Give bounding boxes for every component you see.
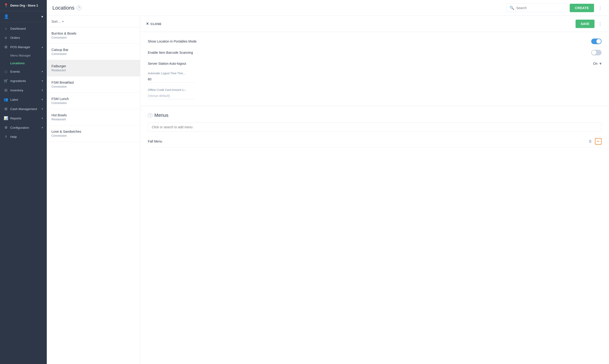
save-button[interactable]: SAVE [576, 20, 595, 28]
location-type: Concession [52, 134, 135, 137]
location-name: Love & Sandwiches [52, 130, 135, 133]
cash-icon: ⊞ [4, 107, 8, 111]
help-icon: ? [4, 135, 8, 139]
sidebar-item-menu-manager[interactable]: Menu Manager [0, 52, 47, 59]
portables-mode-row: Show Location in Portables Mode [148, 39, 602, 44]
header-more-button[interactable]: ⋮ [597, 4, 603, 12]
inventory-chevron-icon: ▾ [42, 89, 43, 92]
sidebar-item-label: Reports [10, 117, 21, 120]
menus-help-icon[interactable]: ? [148, 113, 152, 118]
locations-label: Locations [10, 62, 25, 65]
settings-section: Show Location in Portables Mode Enable I… [140, 32, 609, 106]
sidebar-item-label: Events [10, 70, 20, 73]
config-chevron-icon: ▾ [42, 126, 43, 129]
sidebar-item-labor[interactable]: 👥 Labor ▾ [0, 95, 47, 104]
location-type: Restaurant [52, 118, 135, 121]
close-label: CLOSE [151, 22, 162, 26]
location-item[interactable]: Love & Sandwiches Concession [47, 125, 140, 142]
content-area: Sort… ▾ Burritos & Bowls Concession Cats… [47, 16, 609, 364]
auto-logout-row: Server Station Auto-logout On ▾ [148, 61, 602, 66]
sidebar-item-inventory[interactable]: ⊟ Inventory ▾ [0, 86, 47, 95]
header-help-icon[interactable]: ? [77, 6, 81, 10]
reports-chevron-icon: ▾ [42, 117, 43, 120]
edit-menu-button[interactable]: ✏ [595, 138, 602, 145]
user-menu[interactable]: 👤 ▾ [0, 11, 47, 22]
sidebar-item-cash-management[interactable]: ⊞ Cash Management ▾ [0, 104, 47, 114]
inventory-icon: ⊟ [4, 88, 8, 92]
auto-logout-select[interactable]: On ▾ [593, 61, 602, 66]
menu-search-input[interactable] [148, 123, 602, 131]
portables-mode-toggle[interactable] [591, 39, 602, 44]
auto-logout-threshold-input[interactable] [148, 76, 195, 83]
sort-control[interactable]: Sort… ▾ [47, 16, 140, 27]
auto-logout-label: Server Station Auto-logout [148, 62, 186, 65]
sidebar-item-events[interactable]: □ Events ▾ [0, 67, 47, 76]
location-item[interactable]: Catsup Bar Concession [47, 44, 140, 60]
location-item-selected[interactable]: Fatburger Restaurant [47, 60, 140, 76]
location-name: FSM Breakfast [52, 81, 135, 84]
pos-icon: ⊞ [4, 45, 8, 49]
user-chevron-icon: ▾ [41, 15, 43, 18]
location-item[interactable]: Hot Bowls Restaurant [47, 109, 140, 125]
reports-icon: 📊 [4, 116, 8, 120]
org-name: Demo Org - Store 1 [10, 4, 38, 7]
location-name: Hot Bowls [52, 113, 135, 117]
location-type: Concession [52, 101, 135, 105]
toggle-knob [596, 39, 601, 44]
config-icon: ⚙ [4, 125, 8, 130]
menu-item-row: Fall Menu 🗑 ✏ [148, 135, 602, 148]
search-box[interactable]: 🔍 [506, 3, 567, 12]
events-icon: □ [4, 70, 8, 74]
detail-header: ✕ CLOSE SAVE ⋮ [140, 16, 609, 32]
sidebar-header: 📍 Demo Org - Store 1 [0, 0, 47, 11]
close-button[interactable]: ✕ CLOSE [146, 22, 162, 26]
detail-actions: SAVE ⋮ [576, 20, 603, 28]
sidebar-item-label: Ingredients [10, 79, 26, 83]
menus-title: Menus [154, 113, 168, 118]
sidebar-item-pos-manager[interactable]: ⊞ POS Manager ▴ [0, 42, 47, 52]
sidebar-item-help[interactable]: ? Help [0, 132, 47, 141]
menus-header: ? Menus [148, 113, 602, 118]
ingredients-chevron-icon: ▾ [42, 79, 43, 82]
location-item[interactable]: FSM Lunch Concession [47, 93, 140, 109]
location-item[interactable]: Burritos & Bowls Concession [47, 27, 140, 44]
create-button[interactable]: CREATE [570, 4, 594, 12]
offline-cc-label: Offline Credit Card Amount Li… [148, 88, 602, 91]
sidebar-item-ingredients[interactable]: 🛒 Ingredients ▾ [0, 76, 47, 86]
user-icon: 👤 [4, 14, 9, 19]
location-item[interactable]: FSM Breakfast Concession [47, 76, 140, 93]
portables-mode-label: Show Location in Portables Mode [148, 39, 197, 43]
detail-more-button[interactable]: ⋮ [597, 20, 603, 27]
header-left: Locations ? [52, 5, 81, 11]
location-name: FSM Lunch [52, 97, 135, 101]
sidebar-item-label: POS Manager [10, 45, 30, 49]
location-list: Burritos & Bowls Concession Catsup Bar C… [47, 27, 140, 364]
sidebar-item-label: Labor [10, 98, 18, 101]
auto-logout-arrow-icon: ▾ [599, 61, 602, 66]
sidebar-item-locations[interactable]: Locations [0, 59, 47, 67]
sidebar-item-label: Cash Management [10, 107, 37, 111]
sidebar-item-orders[interactable]: ≡ Orders [0, 33, 47, 42]
offline-cc-input[interactable] [148, 92, 195, 99]
cash-chevron-icon: ▾ [42, 107, 43, 111]
sidebar-item-configuration[interactable]: ⚙ Configuration ▾ [0, 123, 47, 132]
sidebar-item-reports[interactable]: 📊 Reports ▾ [0, 114, 47, 123]
location-name: Catsup Bar [52, 48, 135, 52]
dashboard-icon: ○ [4, 27, 8, 31]
offline-cc-group: Offline Credit Card Amount Li… [148, 88, 602, 99]
ingredients-icon: 🛒 [4, 79, 8, 83]
labor-chevron-icon: ▾ [42, 98, 43, 101]
search-input[interactable] [516, 6, 563, 10]
barcode-scanning-toggle[interactable] [591, 50, 602, 55]
search-icon: 🔍 [510, 6, 514, 10]
delete-menu-button[interactable]: 🗑 [587, 138, 593, 144]
auto-logout-threshold-label: Automatic Logout Time Thre… [148, 72, 602, 75]
header: Locations ? 🔍 CREATE ⋮ [47, 0, 609, 16]
menu-item-name: Fall Menu [148, 140, 162, 143]
sidebar-item-label: Help [10, 135, 17, 139]
sidebar-item-dashboard[interactable]: ○ Dashboard [0, 24, 47, 33]
sort-label: Sort… [52, 20, 61, 23]
sidebar-item-label: Dashboard [10, 27, 26, 30]
sidebar-nav: ○ Dashboard ≡ Orders ⊞ POS Manager ▴ Men… [0, 22, 47, 364]
location-type: Concession [52, 36, 135, 39]
